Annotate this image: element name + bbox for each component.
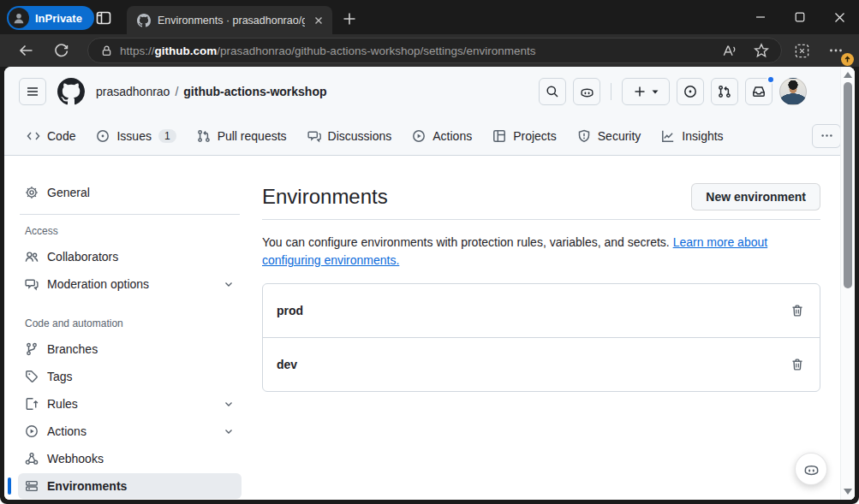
create-new-button[interactable] bbox=[622, 78, 670, 105]
nav-overflow-button[interactable] bbox=[812, 124, 841, 148]
new-tab-button[interactable] bbox=[341, 10, 358, 27]
pull-requests-dashboard-button[interactable] bbox=[711, 78, 738, 105]
lock-icon bbox=[100, 44, 113, 57]
sidebar-divider bbox=[20, 214, 240, 215]
repo-name-link[interactable]: github-actions-workshop bbox=[183, 85, 326, 98]
scroll-down-arrow[interactable] bbox=[844, 489, 852, 495]
settings-sidebar: General Access Collaborators Moderation … bbox=[4, 156, 248, 500]
environment-link-prod[interactable]: prod bbox=[277, 304, 303, 317]
sidebar-item-rules[interactable]: Rules bbox=[18, 391, 242, 417]
tab-security[interactable]: Security bbox=[569, 124, 650, 148]
browser-menu-button[interactable] bbox=[821, 38, 850, 63]
hamburger-menu-button[interactable] bbox=[19, 78, 46, 105]
environments-description: You can configure environments with prot… bbox=[262, 234, 776, 270]
git-branch-icon bbox=[25, 342, 39, 356]
environments-settings-panel: Environments New environment You can con… bbox=[248, 156, 855, 500]
page-scrollbar[interactable] bbox=[840, 67, 855, 500]
unread-notification-dot bbox=[767, 75, 775, 84]
breadcrumb: prasadhonrao / github-actions-workshop bbox=[96, 85, 327, 98]
hamburger-icon bbox=[26, 85, 39, 98]
comment-discussion-icon bbox=[25, 277, 39, 291]
favorites-star-icon[interactable] bbox=[749, 39, 774, 62]
notifications-inbox-button[interactable] bbox=[745, 78, 773, 105]
tab-workspaces-icon[interactable] bbox=[94, 9, 113, 27]
back-button[interactable] bbox=[12, 38, 41, 63]
sidebar-item-general[interactable]: General bbox=[18, 180, 242, 205]
environments-list: prod dev bbox=[262, 283, 820, 392]
github-logo-icon[interactable] bbox=[57, 78, 85, 105]
tab-code[interactable]: Code bbox=[18, 124, 84, 148]
maximize-button[interactable] bbox=[780, 0, 820, 34]
code-icon bbox=[27, 129, 40, 143]
sidebar-item-moderation-options[interactable]: Moderation options bbox=[18, 271, 242, 297]
tag-icon bbox=[25, 370, 39, 383]
user-avatar[interactable] bbox=[779, 78, 807, 105]
page-title: Environments bbox=[262, 185, 388, 209]
people-icon bbox=[25, 250, 39, 264]
webhook-icon bbox=[25, 452, 39, 465]
git-pull-request-icon bbox=[718, 85, 731, 98]
trash-icon bbox=[790, 358, 804, 371]
web-capture-icon[interactable] bbox=[787, 38, 816, 63]
search-button[interactable] bbox=[539, 78, 566, 105]
inbox-icon bbox=[752, 85, 766, 98]
tab-close-icon[interactable] bbox=[312, 14, 325, 27]
tab-insights[interactable]: Insights bbox=[653, 124, 731, 148]
sidebar-item-actions[interactable]: Actions bbox=[18, 418, 242, 444]
play-icon bbox=[412, 129, 426, 143]
browser-titlebar: InPrivate Environments · prasadhonrao/gi… bbox=[0, 0, 859, 34]
server-icon bbox=[25, 479, 39, 493]
new-environment-button[interactable]: New environment bbox=[691, 183, 820, 210]
web-page: prasadhonrao / github-actions-workshop bbox=[4, 67, 855, 500]
sidebar-item-webhooks[interactable]: Webhooks bbox=[18, 446, 242, 471]
tab-discussions[interactable]: Discussions bbox=[299, 124, 401, 148]
tab-actions[interactable]: Actions bbox=[403, 124, 480, 148]
repo-nav: Code Issues 1 Pull requests Discussions bbox=[4, 116, 855, 156]
tab-issues[interactable]: Issues 1 bbox=[87, 124, 184, 148]
graph-icon bbox=[661, 129, 675, 143]
github-header: prasadhonrao / github-actions-workshop bbox=[4, 67, 855, 116]
read-aloud-icon[interactable] bbox=[716, 39, 742, 62]
copilot-icon bbox=[580, 85, 594, 99]
issue-opened-icon bbox=[683, 85, 697, 98]
refresh-button[interactable] bbox=[46, 38, 75, 63]
issues-dashboard-button[interactable] bbox=[677, 78, 704, 105]
scrollbar-thumb[interactable] bbox=[844, 82, 852, 288]
issue-opened-icon bbox=[96, 129, 110, 143]
minimize-button[interactable] bbox=[741, 0, 780, 34]
tab-pull-requests[interactable]: Pull requests bbox=[188, 124, 295, 148]
profile-avatar-icon bbox=[9, 8, 29, 28]
rules-icon bbox=[25, 397, 39, 411]
copilot-fab-button[interactable] bbox=[795, 453, 827, 485]
sidebar-item-branches[interactable]: Branches bbox=[18, 336, 242, 362]
trash-icon bbox=[790, 304, 804, 317]
copilot-button[interactable] bbox=[573, 78, 600, 105]
comment-discussion-icon bbox=[307, 129, 321, 143]
project-icon bbox=[492, 129, 506, 143]
sidebar-item-tags[interactable]: Tags bbox=[18, 364, 242, 389]
scroll-up-arrow[interactable] bbox=[844, 72, 852, 78]
repo-owner-link[interactable]: prasadhonrao bbox=[96, 85, 170, 98]
browser-tab[interactable]: Environments · prasadhonrao/gith bbox=[127, 6, 332, 34]
delete-environment-button[interactable] bbox=[789, 356, 806, 373]
inprivate-label: InPrivate bbox=[35, 12, 82, 25]
browser-window: InPrivate Environments · prasadhonrao/gi… bbox=[0, 0, 859, 504]
sidebar-section-code-automation: Code and automation bbox=[18, 317, 242, 329]
git-pull-request-icon bbox=[197, 129, 211, 143]
sidebar-item-environments[interactable]: Environments bbox=[18, 473, 242, 499]
kebab-horizontal-icon bbox=[820, 129, 833, 142]
chevron-down-icon bbox=[223, 425, 235, 437]
delete-environment-button[interactable] bbox=[789, 302, 806, 319]
address-bar[interactable]: https://github.com/prasadhonrao/github-a… bbox=[87, 38, 782, 63]
close-button[interactable] bbox=[820, 0, 859, 34]
github-favicon bbox=[137, 14, 151, 27]
heading-divider bbox=[262, 219, 820, 220]
sidebar-item-collaborators[interactable]: Collaborators bbox=[18, 244, 242, 270]
tab-projects[interactable]: Projects bbox=[484, 124, 565, 148]
environment-link-dev[interactable]: dev bbox=[277, 358, 297, 371]
search-icon bbox=[546, 85, 559, 98]
environment-row: dev bbox=[263, 337, 820, 391]
play-icon bbox=[25, 424, 39, 438]
inprivate-badge[interactable]: InPrivate bbox=[7, 6, 94, 30]
header-divider bbox=[611, 83, 611, 100]
